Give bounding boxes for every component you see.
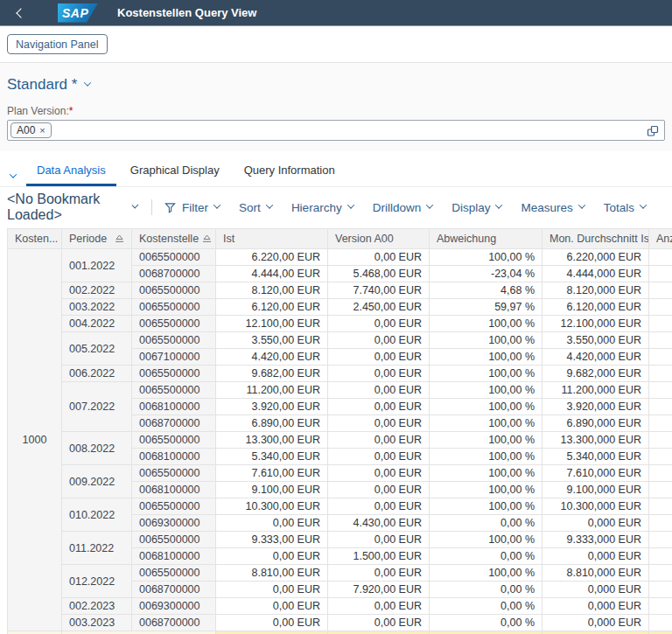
durchschnitt-cell[interactable]: 7.610,000 EUR	[542, 465, 649, 482]
ist-cell[interactable]: 11.200,00 EUR	[216, 382, 328, 399]
ist-cell[interactable]: 9.100,00 EUR	[216, 482, 328, 498]
durchschnitt-cell[interactable]: 13.300,000 EUR	[542, 432, 649, 449]
version-a00-cell[interactable]: 0,00 EUR	[328, 532, 430, 548]
ist-cell[interactable]: 0,00 EUR	[216, 582, 328, 598]
abweichung-cell[interactable]: 100,00 %	[430, 565, 542, 582]
ist-cell[interactable]: 3.920,00 EUR	[216, 399, 328, 415]
kostenstelle-cell[interactable]: 0068700000	[132, 615, 216, 631]
filter-menu[interactable]: Filter	[164, 201, 220, 214]
kostenstelle-cell[interactable]: 0065500000	[132, 382, 216, 399]
tab-graphical-display[interactable]: Graphical Display	[120, 162, 230, 186]
kostenstelle-cell[interactable]: 0065500000	[132, 282, 216, 299]
durchschnitt-cell[interactable]: 10.300,000 EUR	[542, 498, 649, 515]
abweichung-cell[interactable]: 0,00 %	[430, 615, 542, 631]
periode-cell[interactable]: 008.2022	[62, 432, 132, 465]
abweichung-cell[interactable]: 100,00 %	[430, 249, 542, 266]
tab-data-analysis[interactable]: Data Analysis	[26, 162, 116, 186]
result-abweichung-cell[interactable]: 78,99 %	[430, 631, 542, 634]
abweichung-cell[interactable]: 100,00 %	[430, 498, 542, 515]
kostenstelle-cell[interactable]: 0068100000	[132, 482, 216, 498]
abweichung-cell[interactable]: 0,00 %	[430, 582, 542, 598]
navigation-panel-button[interactable]: Navigation Panel	[7, 34, 108, 54]
anzahl-cell[interactable]	[649, 366, 672, 382]
anzahl-cell[interactable]	[649, 249, 672, 266]
version-a00-cell[interactable]: 2.450,00 EUR	[328, 299, 430, 316]
ist-cell[interactable]: 0,00 EUR	[216, 598, 328, 615]
kostenstelle-cell[interactable]: 0065500000	[132, 465, 216, 482]
periode-cell[interactable]: 012.2022	[62, 565, 132, 598]
variant-selector[interactable]: Standard *	[7, 76, 665, 94]
durchschnitt-cell[interactable]: 4.420,000 EUR	[542, 349, 649, 366]
durchschnitt-cell[interactable]: 0,000 EUR	[542, 582, 649, 598]
version-a00-cell[interactable]: 0,00 EUR	[328, 349, 430, 366]
abweichung-cell[interactable]: 100,00 %	[430, 382, 542, 399]
anzahl-cell[interactable]	[649, 615, 672, 631]
bookmark-dropdown[interactable]: <No Bookmark Loaded>	[7, 192, 137, 223]
kostenstelle-cell[interactable]: 0069300000	[132, 515, 216, 532]
abweichung-cell[interactable]: 100,00 %	[430, 465, 542, 482]
anzahl-cell[interactable]	[649, 282, 672, 299]
ist-cell[interactable]: 0,00 EUR	[216, 548, 328, 565]
anzahl-cell[interactable]	[649, 349, 672, 366]
version-a00-cell[interactable]: 0,00 EUR	[328, 432, 430, 449]
abweichung-cell[interactable]: 100,00 %	[430, 349, 542, 366]
column-header[interactable]: Kosten...	[8, 229, 62, 249]
durchschnitt-cell[interactable]: 8.810,000 EUR	[542, 565, 649, 582]
periode-cell[interactable]: 002.2022	[62, 282, 132, 299]
version-a00-cell[interactable]: 0,00 EUR	[328, 565, 430, 582]
result-ist-cell[interactable]: 140.459,00 EUR	[216, 631, 328, 634]
version-a00-cell[interactable]: 0,00 EUR	[328, 332, 430, 349]
abweichung-cell[interactable]: -23,04 %	[430, 266, 542, 282]
ist-cell[interactable]: 9.682,00 EUR	[216, 366, 328, 382]
version-a00-cell[interactable]: 7.740,00 EUR	[328, 282, 430, 299]
kostenstelle-cell[interactable]: 0065500000	[132, 299, 216, 316]
ist-cell[interactable]: 8.810,00 EUR	[216, 565, 328, 582]
column-header[interactable]: Mon. Durchschnitt Ist	[542, 229, 649, 249]
ist-cell[interactable]: 8.120,00 EUR	[216, 282, 328, 299]
collapse-chevron-icon[interactable]	[10, 171, 17, 178]
abweichung-cell[interactable]: 0,00 %	[430, 515, 542, 532]
ist-cell[interactable]: 5.340,00 EUR	[216, 449, 328, 465]
kostenstelle-cell[interactable]: 0068700000	[132, 582, 216, 598]
result-anzahl-cell[interactable]	[649, 631, 672, 634]
kostenstelle-cell[interactable]: 0065500000	[132, 532, 216, 548]
durchschnitt-cell[interactable]: 4.444,000 EUR	[542, 266, 649, 282]
version-a00-cell[interactable]: 0,00 EUR	[328, 249, 430, 266]
kostenstelle-cell[interactable]: 0065500000	[132, 565, 216, 582]
periode-cell[interactable]: 009.2022	[62, 465, 132, 498]
version-a00-cell[interactable]: 0,00 EUR	[328, 415, 430, 432]
column-header[interactable]: Anzahl	[649, 229, 672, 249]
periode-cell[interactable]: 007.2022	[62, 382, 132, 432]
durchschnitt-cell[interactable]: 3.550,000 EUR	[542, 332, 649, 349]
kostenstelle-cell[interactable]: 0065500000	[132, 366, 216, 382]
ist-cell[interactable]: 7.610,00 EUR	[216, 465, 328, 482]
back-button[interactable]	[9, 3, 33, 24]
column-header[interactable]: Version A00	[328, 229, 430, 249]
durchschnitt-cell[interactable]: 3.920,000 EUR	[542, 399, 649, 415]
abweichung-cell[interactable]: 4,68 %	[430, 282, 542, 299]
durchschnitt-cell[interactable]: 11.200,000 EUR	[542, 382, 649, 399]
anzahl-cell[interactable]	[649, 432, 672, 449]
periode-cell[interactable]: 003.2023	[62, 615, 132, 631]
ist-cell[interactable]: 4.420,00 EUR	[216, 349, 328, 366]
column-header[interactable]: Kostenstelle	[132, 229, 216, 249]
durchschnitt-cell[interactable]: 9.333,000 EUR	[542, 532, 649, 548]
periode-cell[interactable]: 005.2022	[62, 332, 132, 366]
anzahl-cell[interactable]	[649, 548, 672, 565]
measures-menu[interactable]: Measures	[521, 201, 584, 214]
anzahl-cell[interactable]	[649, 565, 672, 582]
version-a00-cell[interactable]: 0,00 EUR	[328, 399, 430, 415]
version-a00-cell[interactable]: 0,00 EUR	[328, 382, 430, 399]
kostenstelle-cell[interactable]: 0065500000	[132, 432, 216, 449]
hierarchy-menu[interactable]: Hierarchy	[291, 201, 354, 214]
durchschnitt-cell[interactable]: 9.100,000 EUR	[542, 482, 649, 498]
abweichung-cell[interactable]: 100,00 %	[430, 482, 542, 498]
kostenstelle-cell[interactable]: 0068700000	[132, 266, 216, 282]
kostenstelle-cell[interactable]: 0068700000	[132, 415, 216, 432]
anzahl-cell[interactable]	[649, 299, 672, 316]
kostenstelle-cell[interactable]: 0068100000	[132, 548, 216, 565]
ist-cell[interactable]: 4.444,00 EUR	[216, 266, 328, 282]
kostenstelle-cell[interactable]: 0065500000	[132, 249, 216, 266]
durchschnitt-cell[interactable]: 12.100,000 EUR	[542, 316, 649, 332]
durchschnitt-cell[interactable]: 6.120,000 EUR	[542, 299, 649, 316]
